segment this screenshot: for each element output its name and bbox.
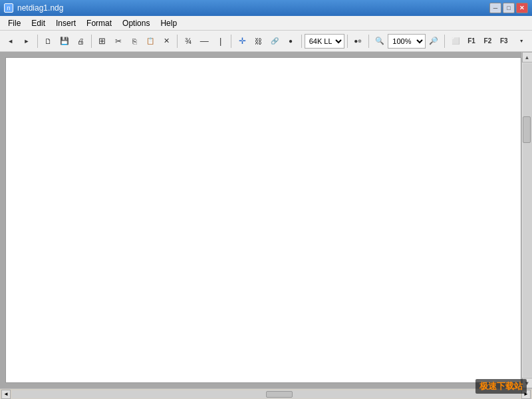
num-button[interactable] [180,33,196,49]
menu-file[interactable]: File [3,17,26,29]
minimize-button[interactable]: ─ [489,3,501,13]
sep7 [368,35,369,48]
print-button[interactable] [72,33,88,49]
menu-edit[interactable]: Edit [26,17,51,29]
link-button[interactable] [251,33,266,49]
scroll-track-horizontal[interactable] [12,390,520,398]
f2-button[interactable]: F2 [480,33,495,49]
copy-button[interactable] [126,33,142,49]
sep5 [301,35,302,48]
back-button[interactable] [3,33,18,49]
menu-bar: File Edit Insert Format Options Help [0,16,532,31]
scroll-up-button[interactable]: ▲ [522,52,533,63]
sep1 [37,35,38,48]
new-button[interactable] [41,33,56,49]
layer-dropdown[interactable]: 64K LL 32K LL 16K LL [305,34,344,49]
f3-button[interactable]: F3 [496,33,511,49]
vline-button[interactable] [213,33,228,49]
f1-button[interactable]: F1 [464,33,479,49]
window-title: netdiag1.ndg [17,3,63,13]
canvas-wrapper [0,52,521,388]
toolbar: 64K LL 32K LL 16K LL ⊕ 100% 75% 50% 150%… [0,31,532,52]
crosshair-button[interactable] [234,33,249,49]
scroll-thumb-horizontal[interactable] [266,391,293,398]
watermark: 极速下载站 [475,379,527,394]
forward-button[interactable] [19,33,34,49]
cut-button[interactable] [110,33,126,49]
sep2 [91,35,92,48]
sep3 [177,35,178,48]
menu-format[interactable]: Format [81,17,117,29]
title-bar-left: n netdiag1.ndg [4,3,63,13]
snap-button[interactable]: ⊕ [350,33,366,49]
sep4 [231,35,231,48]
menu-options[interactable]: Options [117,17,155,29]
save-button[interactable] [57,33,72,49]
menu-help[interactable]: Help [155,17,182,29]
display-button[interactable]: ⬜ [448,33,463,49]
scroll-left-button[interactable]: ◄ [1,390,11,399]
delete-button[interactable] [159,33,174,49]
unlink-button[interactable] [267,33,282,49]
dot-button[interactable] [283,33,298,49]
maximize-button[interactable]: □ [503,3,515,13]
close-button[interactable]: ✕ [516,3,528,13]
zoom-in-button[interactable] [372,33,387,49]
vertical-scrollbar[interactable]: ▲ ▼ [521,52,532,388]
watermark-text: 极速下载站 [479,381,523,391]
main-area: ▲ ▼ ◄ ► [0,52,532,399]
grid-button[interactable] [94,33,110,49]
more-button[interactable] [513,33,529,49]
menu-insert[interactable]: Insert [51,17,81,29]
app-icon: n [4,3,13,13]
content-area: ▲ ▼ [0,52,532,388]
zoom-dropdown[interactable]: 100% 75% 50% 150% 200% [388,34,425,49]
diagram-canvas[interactable] [5,57,521,383]
horizontal-scrollbar-area: ◄ ► [0,388,532,399]
scroll-thumb-vertical[interactable] [523,116,531,143]
sep8 [444,35,445,48]
sep6 [347,35,348,48]
scroll-track-vertical[interactable] [523,63,532,377]
title-bar: n netdiag1.ndg ─ □ ✕ [0,0,532,16]
paste-button[interactable] [143,33,158,49]
line-button[interactable] [197,33,212,49]
window-controls: ─ □ ✕ [489,3,528,13]
zoom-out-button[interactable] [426,33,442,49]
